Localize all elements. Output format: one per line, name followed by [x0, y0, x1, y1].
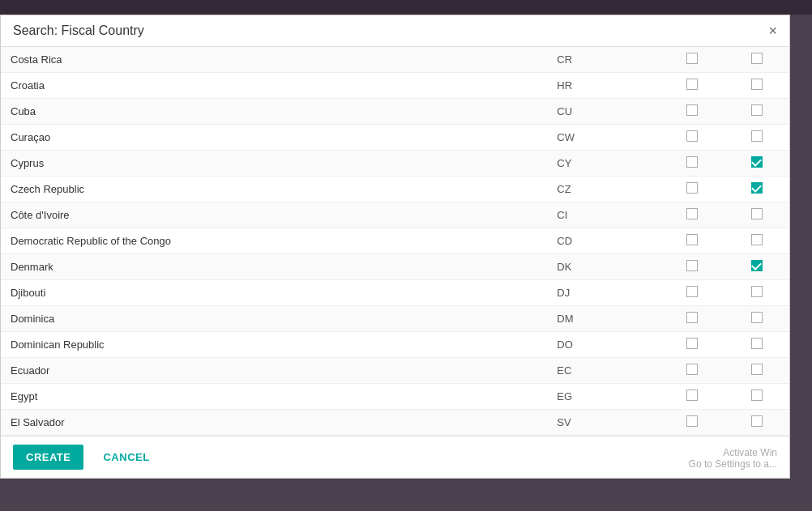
country-code-cell: HR	[547, 73, 660, 99]
country-name-cell: Côte d'Ivoire	[1, 202, 547, 228]
unchecked-checkbox[interactable]	[686, 104, 698, 116]
unchecked-checkbox[interactable]	[686, 415, 698, 427]
country-code-cell: CW	[547, 125, 660, 151]
checked-checkbox[interactable]	[751, 156, 763, 168]
unchecked-checkbox[interactable]	[686, 260, 698, 271]
checkbox-col4-cell[interactable]	[724, 177, 789, 202]
table-row: DenmarkDK	[1, 254, 789, 280]
checkbox-col3-cell[interactable]	[660, 358, 724, 384]
unchecked-checkbox[interactable]	[751, 364, 763, 375]
table-row: El SalvadorSV	[1, 410, 789, 436]
checkbox-col4-cell[interactable]	[724, 358, 789, 384]
checkbox-col3-cell[interactable]	[660, 384, 724, 410]
checkbox-col3-cell[interactable]	[660, 73, 724, 99]
unchecked-checkbox[interactable]	[751, 312, 763, 323]
modal-title: Search: Fiscal Country	[13, 23, 144, 38]
table-row: CuraçaoCW	[1, 125, 789, 151]
country-code-cell: CY	[547, 151, 660, 177]
table-row: DominicaDM	[1, 306, 789, 332]
country-code-cell: DK	[547, 254, 660, 280]
country-code-cell: CR	[547, 47, 660, 73]
checkbox-col4-cell[interactable]	[724, 384, 789, 410]
modal-footer: CREATE CANCEL Activate Win Go to Setting…	[1, 436, 789, 478]
checkbox-col4-cell[interactable]	[724, 332, 789, 358]
unchecked-checkbox[interactable]	[686, 208, 698, 219]
country-code-cell: DO	[547, 332, 660, 358]
unchecked-checkbox[interactable]	[686, 156, 698, 168]
checkbox-col3-cell[interactable]	[660, 202, 724, 228]
checked-checkbox[interactable]	[751, 182, 763, 194]
country-name-cell: Costa Rica	[1, 47, 547, 73]
table-row: Dominican RepublicDO	[1, 332, 789, 358]
modal-body: Costa RicaCRCroatiaHRCubaCUCuraçaoCWCypr…	[1, 47, 789, 436]
country-table: Costa RicaCRCroatiaHRCubaCUCuraçaoCWCypr…	[1, 47, 789, 436]
checkbox-col3-cell[interactable]	[660, 306, 724, 332]
unchecked-checkbox[interactable]	[751, 338, 763, 349]
checkbox-col3-cell[interactable]	[660, 99, 724, 125]
modal-overlay: Search: Fiscal Country × Costa RicaCRCro…	[0, 0, 812, 511]
unchecked-checkbox[interactable]	[686, 53, 698, 64]
unchecked-checkbox[interactable]	[751, 53, 763, 64]
checkbox-col4-cell[interactable]	[724, 254, 789, 280]
checkbox-col4-cell[interactable]	[724, 410, 789, 436]
checkbox-col4-cell[interactable]	[724, 306, 789, 332]
unchecked-checkbox[interactable]	[751, 415, 763, 427]
table-row: DjiboutiDJ	[1, 280, 789, 306]
unchecked-checkbox[interactable]	[751, 79, 763, 90]
country-code-cell: DJ	[547, 280, 660, 306]
checkbox-col3-cell[interactable]	[660, 151, 724, 177]
checkbox-col3-cell[interactable]	[660, 410, 724, 436]
country-code-cell: CI	[547, 202, 660, 228]
country-code-cell: CD	[547, 228, 660, 254]
create-button[interactable]: CREATE	[13, 445, 83, 470]
country-name-cell: Dominican Republic	[1, 332, 547, 358]
modal-header: Search: Fiscal Country ×	[1, 15, 789, 47]
checkbox-col3-cell[interactable]	[660, 228, 724, 254]
checkbox-col3-cell[interactable]	[660, 280, 724, 306]
checkbox-col4-cell[interactable]	[724, 151, 789, 177]
table-row: CyprusCY	[1, 151, 789, 177]
unchecked-checkbox[interactable]	[751, 234, 763, 245]
unchecked-checkbox[interactable]	[751, 286, 763, 297]
activate-windows-notice: Activate Win Go to Settings to a...	[689, 447, 777, 470]
country-code-cell: CU	[547, 99, 660, 125]
checkbox-col3-cell[interactable]	[660, 177, 724, 202]
checkbox-col4-cell[interactable]	[724, 125, 789, 151]
unchecked-checkbox[interactable]	[686, 338, 698, 349]
table-row: Czech RepublicCZ	[1, 177, 789, 202]
country-code-cell: CZ	[547, 177, 660, 202]
unchecked-checkbox[interactable]	[686, 79, 698, 90]
close-button[interactable]: ×	[768, 23, 777, 38]
unchecked-checkbox[interactable]	[686, 130, 698, 142]
table-row: EcuadorEC	[1, 358, 789, 384]
unchecked-checkbox[interactable]	[751, 130, 763, 142]
checkbox-col4-cell[interactable]	[724, 73, 789, 99]
unchecked-checkbox[interactable]	[686, 364, 698, 375]
unchecked-checkbox[interactable]	[751, 390, 763, 401]
unchecked-checkbox[interactable]	[686, 312, 698, 323]
checkbox-col4-cell[interactable]	[724, 47, 789, 73]
country-name-cell: Ecuador	[1, 358, 547, 384]
checkbox-col3-cell[interactable]	[660, 47, 724, 73]
country-code-cell: EC	[547, 358, 660, 384]
cancel-button[interactable]: CANCEL	[90, 445, 162, 470]
unchecked-checkbox[interactable]	[751, 208, 763, 219]
checkbox-col3-cell[interactable]	[660, 254, 724, 280]
country-name-cell: Curaçao	[1, 125, 547, 151]
unchecked-checkbox[interactable]	[686, 390, 698, 401]
checkbox-col4-cell[interactable]	[724, 202, 789, 228]
checkbox-col3-cell[interactable]	[660, 332, 724, 358]
country-name-cell: Czech Republic	[1, 177, 547, 202]
checkbox-col4-cell[interactable]	[724, 280, 789, 306]
checked-checkbox[interactable]	[751, 260, 763, 271]
country-name-cell: El Salvador	[1, 410, 547, 436]
checkbox-col4-cell[interactable]	[724, 99, 789, 125]
unchecked-checkbox[interactable]	[686, 182, 698, 194]
country-table-container[interactable]: Costa RicaCRCroatiaHRCubaCUCuraçaoCWCypr…	[1, 47, 789, 436]
checkbox-col3-cell[interactable]	[660, 125, 724, 151]
unchecked-checkbox[interactable]	[751, 104, 763, 116]
unchecked-checkbox[interactable]	[686, 234, 698, 245]
search-fiscal-country-modal: Search: Fiscal Country × Costa RicaCRCro…	[0, 15, 790, 479]
unchecked-checkbox[interactable]	[686, 286, 698, 297]
checkbox-col4-cell[interactable]	[724, 228, 789, 254]
